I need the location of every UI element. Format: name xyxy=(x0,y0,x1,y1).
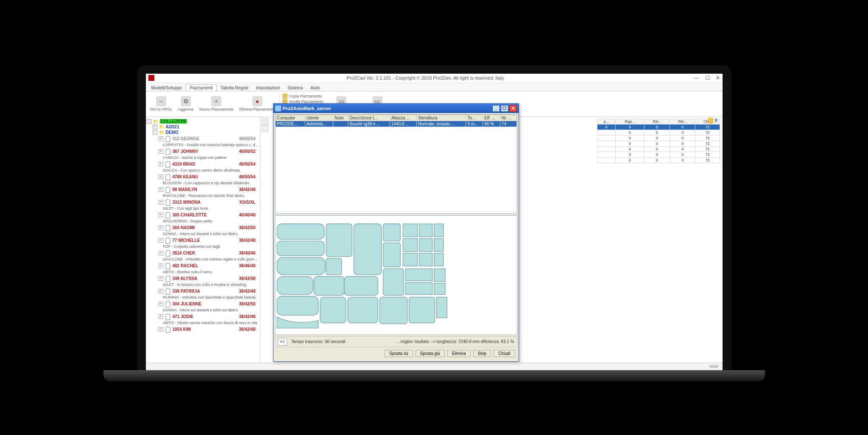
tree-model-item[interactable]: +77 MICHELLE38/42/48 xyxy=(147,237,259,244)
tool-icon[interactable] xyxy=(262,118,268,125)
tree-model-item[interactable]: +98 MARILYN38/42/48 xyxy=(147,186,259,194)
side-table-cell: 0 xyxy=(644,152,670,157)
menu-aiuto[interactable]: Aiuto xyxy=(307,84,324,91)
grid-cell: Bouclè tg38 e ... xyxy=(348,121,390,127)
dialog-status-bar: << Tempo trascorso: 56 secondi ...miglio… xyxy=(275,336,517,347)
grid-header[interactable]: Utente xyxy=(305,115,333,121)
tree-folder-ai2021[interactable]: AI2021 xyxy=(166,125,179,129)
dialog-close-button[interactable]: ✕ xyxy=(509,105,517,112)
tool-icon[interactable] xyxy=(262,125,268,132)
collection-tree[interactable]: − 📁 COLLEZIONI + 📁 AI2021 − 📁 DEMO +312 … xyxy=(146,117,260,363)
dialog-minimize-button[interactable]: _ xyxy=(492,105,500,112)
tree-model-item[interactable]: +304 JULIENNE38/42/50 xyxy=(147,300,259,308)
tree-expand-icon[interactable]: + xyxy=(159,225,163,230)
tree-expand-icon[interactable]: + xyxy=(159,302,163,306)
tree-expand-icon[interactable]: + xyxy=(159,149,163,154)
grid-header[interactable]: Computer xyxy=(275,115,305,121)
sposta-su-button[interactable]: Sposta sù xyxy=(385,350,413,357)
tree-expand-icon[interactable]: + xyxy=(159,175,163,179)
side-table-row[interactable]: 00072 xyxy=(597,141,720,146)
dialog-job-grid[interactable]: ComputerUtenteNoteDescrizione t...Altezz… xyxy=(275,114,517,214)
tree-model-item[interactable]: +338 PATRICIA38/42/48 xyxy=(147,288,259,295)
side-table-header[interactable]: Rap... xyxy=(616,119,644,124)
side-table-row[interactable]: 000072 xyxy=(597,124,720,130)
tree-model-item[interactable]: +312 GEORGE48/50/54 xyxy=(147,135,259,143)
elimina-button[interactable]: Elimina xyxy=(447,350,471,357)
tree-expand-icon[interactable]: + xyxy=(159,289,163,294)
dialog-titlebar[interactable]: Pro2AutoMark_server _ ☐ ✕ xyxy=(274,104,519,113)
new-icon: ＋ xyxy=(211,96,221,106)
model-name: 304 NAOMI xyxy=(173,225,195,230)
tree-model-item[interactable]: +304 NAOMI38/42/50 xyxy=(147,224,259,232)
tree-model-item[interactable]: +1054 KIM38/42/48 xyxy=(147,326,259,333)
side-table-row[interactable]: 00072 xyxy=(597,135,720,141)
side-table-row[interactable]: 00072 xyxy=(597,146,720,152)
status-prev-button[interactable]: << xyxy=(278,338,287,346)
tree-root-label[interactable]: COLLEZIONI xyxy=(160,119,187,124)
tree-expand-icon[interactable]: + xyxy=(159,213,163,217)
side-table[interactable]: p...Rap...Riti...Riti...Ch... 0000720007… xyxy=(597,119,720,163)
tree-expand-icon[interactable]: + xyxy=(159,251,163,255)
grid-row-selected[interactable]: PRO2DE...Administ...Bouclè tg38 e ...144… xyxy=(275,121,516,127)
dialog-button-row: Sposta sù Sposta giù Elimina Stop Chiudi xyxy=(274,349,519,361)
side-table-header[interactable]: Riti... xyxy=(644,119,670,124)
grid-header[interactable]: Descrizione t... xyxy=(348,115,390,121)
grid-header[interactable]: Altezza ... xyxy=(390,115,416,121)
marker-preview[interactable] xyxy=(275,215,517,335)
menu-modelli[interactable]: Modelli/Sviluppo xyxy=(148,84,186,91)
side-table-header[interactable]: p... xyxy=(597,119,616,124)
tree-model-item[interactable]: +367 JOHNNY48/50/52 xyxy=(147,148,259,155)
tree-expand-icon[interactable]: + xyxy=(159,238,163,243)
tree-expand-icon[interactable]: + xyxy=(159,314,163,319)
menu-impostazioni[interactable]: Impostazioni xyxy=(252,84,284,91)
status-best-result: ...miglior risultato --> lunghezza: 2240… xyxy=(397,339,514,344)
close-button[interactable]: ✕ xyxy=(716,75,720,81)
nuovo-piazzamento-button[interactable]: ＋Nuovo Piazzamento xyxy=(197,95,236,112)
side-table-header[interactable]: Riti... xyxy=(670,119,695,124)
tree-expand-icon[interactable]: + xyxy=(159,276,163,281)
tree-expand-icon[interactable]: + xyxy=(159,200,163,205)
tree-expand-icon[interactable]: + xyxy=(159,187,163,192)
tree-model-item[interactable]: +349 ALYSSA38/42/48 xyxy=(147,275,259,283)
iso-to-hpgl-button[interactable]: ↔ISO to HPGL xyxy=(148,95,175,112)
menu-tabella-regole[interactable]: Tabella Regole xyxy=(217,84,252,91)
tree-model-item[interactable]: +3516 CHER38/40/46 xyxy=(147,249,259,257)
copia-piazzamento-button[interactable]: Copia Piazzamento xyxy=(282,94,324,99)
tree-model-item[interactable]: +4319 BRAD48/50/54 xyxy=(147,161,259,168)
side-table-row[interactable]: 00072 xyxy=(597,152,720,157)
tree-collapse-root[interactable]: − xyxy=(147,119,151,124)
dialog-maximize-button[interactable]: ☐ xyxy=(501,105,508,112)
side-table-row[interactable]: 00072 xyxy=(597,157,720,163)
grid-header[interactable]: Nr. ... xyxy=(500,115,516,121)
svg-rect-21 xyxy=(419,238,432,251)
tree-model-item[interactable]: +305 CHARLOTTE40/40/48 xyxy=(147,211,259,219)
gear-icon: ⚙ xyxy=(181,96,191,106)
aggiorna-button[interactable]: ⚙Aggiorna xyxy=(176,95,196,112)
grid-header[interactable]: Eff. ... xyxy=(483,115,500,121)
tree-model-item[interactable]: +482 RACHEL38/46/48 xyxy=(147,262,259,270)
grid-cell: 5 m... xyxy=(466,121,483,127)
side-table-row[interactable]: 00072 xyxy=(597,130,720,135)
tree-expand-ai2021[interactable]: + xyxy=(153,125,157,129)
menu-piazzamenti[interactable]: Piazzamenti xyxy=(186,84,216,91)
tree-expand-demo[interactable]: − xyxy=(153,130,157,135)
maximize-button[interactable]: ☐ xyxy=(705,75,710,81)
tree-expand-icon[interactable]: + xyxy=(159,162,163,166)
minimize-button[interactable]: — xyxy=(694,75,699,81)
tree-expand-icon[interactable]: + xyxy=(159,263,163,268)
tree-expand-icon[interactable]: + xyxy=(159,136,163,141)
tree-expand-icon[interactable]: + xyxy=(159,327,163,332)
tree-folder-demo[interactable]: DEMO xyxy=(166,130,179,135)
stop-button[interactable]: Stop xyxy=(473,350,491,357)
elimina-piazzamento-button[interactable]: ●Elimina Piazzamento xyxy=(237,95,278,112)
menu-sistema[interactable]: Sistema xyxy=(284,84,307,91)
grid-header[interactable]: Stenditura xyxy=(416,115,466,121)
grid-header[interactable]: Note xyxy=(333,115,348,121)
tree-model-item[interactable]: +3315 WINONAXS/S/XL xyxy=(147,199,259,206)
tree-model-item[interactable]: +4788 KEANU48/50/54 xyxy=(147,173,259,181)
svg-rect-1 xyxy=(277,224,324,239)
grid-header[interactable]: Te... xyxy=(466,115,483,121)
sposta-giu-button[interactable]: Sposta giù xyxy=(416,350,445,357)
tree-model-item[interactable]: +471 JODIE38/42/48 xyxy=(147,313,259,321)
chiudi-button[interactable]: Chiudi xyxy=(494,350,515,357)
